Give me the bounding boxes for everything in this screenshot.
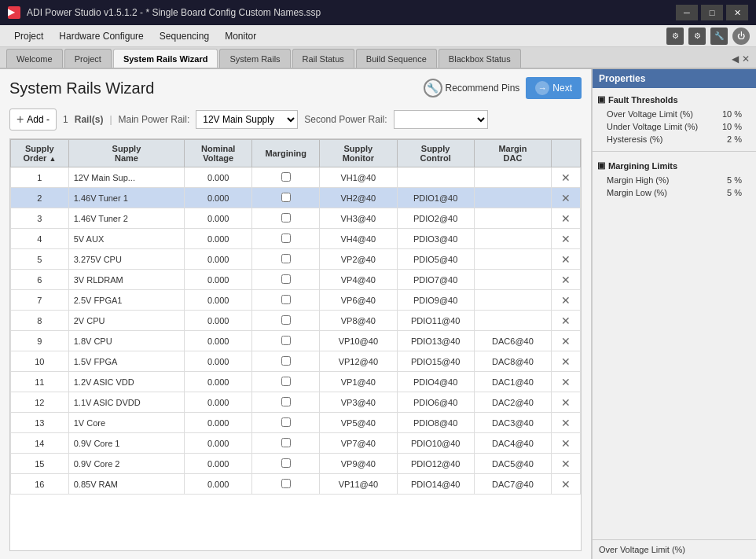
margining-checkbox[interactable] (281, 479, 291, 488)
menu-sequencing[interactable]: Sequencing (152, 28, 217, 45)
margining-checkbox[interactable] (281, 315, 291, 325)
tab-system-rails-wizard[interactable]: System Rails Wizard (113, 49, 218, 68)
cell-margining[interactable] (252, 270, 320, 290)
next-button[interactable]: → Next (526, 77, 582, 99)
cell-delete[interactable]: ✕ (552, 454, 581, 474)
delete-row-button[interactable]: ✕ (561, 417, 571, 429)
delete-row-button[interactable]: ✕ (561, 294, 571, 307)
table-row[interactable]: 11 1.2V ASIC VDD 0.000 VP1@40 PDIO4@40 D… (11, 372, 581, 392)
margining-checkbox[interactable] (281, 397, 291, 406)
cell-margining[interactable] (252, 372, 320, 392)
second-power-rail-select[interactable] (394, 110, 488, 129)
cell-margining[interactable] (252, 433, 320, 454)
icon-cpu[interactable]: 🔧 (710, 28, 728, 45)
delete-row-button[interactable]: ✕ (561, 478, 571, 491)
cell-margining[interactable] (252, 392, 320, 413)
delete-row-button[interactable]: ✕ (561, 314, 571, 327)
table-row[interactable]: 14 0.9V Core 1 0.000 VP7@40 PDIO10@40 DA… (11, 433, 581, 454)
margining-limits-header[interactable]: ▣ Margining Limits (597, 157, 751, 174)
delete-row-button[interactable]: ✕ (561, 437, 571, 450)
margining-checkbox[interactable] (281, 377, 291, 386)
minimize-button[interactable]: ─ (676, 5, 698, 20)
tab-close-icon[interactable]: ✕ (742, 53, 750, 64)
table-row[interactable]: 12 1.1V ASIC DVDD 0.000 VP3@40 PDIO6@40 … (11, 392, 581, 413)
menu-monitor[interactable]: Monitor (217, 28, 264, 45)
cell-delete[interactable]: ✕ (552, 433, 581, 454)
margining-checkbox[interactable] (281, 274, 291, 284)
tab-welcome[interactable]: Welcome (6, 49, 63, 68)
delete-row-button[interactable]: ✕ (561, 335, 571, 348)
delete-row-button[interactable]: ✕ (561, 274, 571, 286)
close-button[interactable]: ✕ (726, 5, 748, 20)
add-button[interactable]: + Add - (9, 108, 57, 131)
margining-checkbox[interactable] (281, 193, 291, 202)
table-row[interactable]: 7 2.5V FPGA1 0.000 VP6@40 PDIO9@40 ✕ (11, 290, 581, 311)
cell-delete[interactable]: ✕ (552, 351, 581, 372)
delete-row-button[interactable]: ✕ (561, 253, 571, 266)
cell-margining[interactable] (252, 188, 320, 208)
margining-checkbox[interactable] (281, 172, 291, 182)
cell-margining[interactable] (252, 229, 320, 249)
margining-checkbox[interactable] (281, 234, 291, 243)
tab-blackbox-status[interactable]: Blackbox Status (439, 49, 521, 68)
maximize-button[interactable]: □ (701, 5, 723, 20)
margining-checkbox[interactable] (281, 438, 291, 447)
cell-delete[interactable]: ✕ (552, 290, 581, 311)
table-row[interactable]: 10 1.5V FPGA 0.000 VP12@40 PDIO15@40 DAC… (11, 351, 581, 372)
cell-margining[interactable] (252, 474, 320, 495)
cell-margining[interactable] (252, 167, 320, 188)
margining-checkbox[interactable] (281, 356, 291, 366)
cell-delete[interactable]: ✕ (552, 311, 581, 331)
cell-margining[interactable] (252, 331, 320, 351)
table-row[interactable]: 3 1.46V Tuner 2 0.000 VH3@40 PDIO2@40 ✕ (11, 208, 581, 229)
margining-checkbox[interactable] (281, 295, 291, 304)
cell-margining[interactable] (252, 351, 320, 372)
fault-thresholds-header[interactable]: ▣ Fault Thresholds (597, 91, 751, 108)
tab-pin-icon[interactable]: ◀ (732, 53, 739, 64)
main-power-rail-select[interactable]: 12V Main Supply (196, 110, 298, 129)
recommend-pins-button[interactable]: 🔧 Recommend Pins (424, 79, 520, 97)
margining-checkbox[interactable] (281, 254, 291, 263)
cell-delete[interactable]: ✕ (552, 229, 581, 249)
table-row[interactable]: 4 5V AUX 0.000 VH4@40 PDIO3@40 ✕ (11, 229, 581, 249)
icon-power[interactable]: ⏻ (732, 28, 750, 45)
icon-hardware1[interactable]: ⚙ (666, 28, 684, 45)
margining-checkbox[interactable] (281, 417, 291, 427)
cell-margining[interactable] (252, 249, 320, 270)
cell-margining[interactable] (252, 208, 320, 229)
table-row[interactable]: 15 0.9V Core 2 0.000 VP9@40 PDIO12@40 DA… (11, 454, 581, 474)
cell-delete[interactable]: ✕ (552, 474, 581, 495)
table-row[interactable]: 2 1.46V Tuner 1 0.000 VH2@40 PDIO1@40 ✕ (11, 188, 581, 208)
cell-margining[interactable] (252, 413, 320, 433)
cell-margining[interactable] (252, 454, 320, 474)
cell-margining[interactable] (252, 311, 320, 331)
margining-checkbox[interactable] (281, 213, 291, 222)
table-row[interactable]: 16 0.85V RAM 0.000 VP11@40 PDIO14@40 DAC… (11, 474, 581, 495)
margining-checkbox[interactable] (281, 336, 291, 345)
delete-row-button[interactable]: ✕ (561, 171, 571, 184)
cell-delete[interactable]: ✕ (552, 208, 581, 229)
tab-build-sequence[interactable]: Build Sequence (356, 49, 437, 68)
icon-hardware2[interactable]: ⚙ (688, 28, 706, 45)
cell-delete[interactable]: ✕ (552, 413, 581, 433)
cell-delete[interactable]: ✕ (552, 372, 581, 392)
delete-row-button[interactable]: ✕ (561, 355, 571, 368)
delete-row-button[interactable]: ✕ (561, 376, 571, 388)
menu-hardware-configure[interactable]: Hardware Configure (51, 28, 151, 45)
cell-delete[interactable]: ✕ (552, 188, 581, 208)
cell-margining[interactable] (252, 290, 320, 311)
cell-delete[interactable]: ✕ (552, 249, 581, 270)
table-row[interactable]: 6 3V RLDRAM 0.000 VP4@40 PDIO7@40 ✕ (11, 270, 581, 290)
delete-row-button[interactable]: ✕ (561, 396, 571, 409)
tab-system-rails[interactable]: System Rails (219, 49, 290, 68)
table-row[interactable]: 1 12V Main Sup... 0.000 VH1@40 ✕ (11, 167, 581, 188)
delete-row-button[interactable]: ✕ (561, 233, 571, 245)
table-row[interactable]: 5 3.275V CPU 0.000 VP2@40 PDIO5@40 ✕ (11, 249, 581, 270)
delete-row-button[interactable]: ✕ (561, 212, 571, 225)
cell-delete[interactable]: ✕ (552, 167, 581, 188)
table-row[interactable]: 13 1V Core 0.000 VP5@40 PDIO8@40 DAC3@40… (11, 413, 581, 433)
cell-delete[interactable]: ✕ (552, 270, 581, 290)
tab-rail-status[interactable]: Rail Status (292, 49, 354, 68)
margining-checkbox[interactable] (281, 458, 291, 468)
table-row[interactable]: 9 1.8V CPU 0.000 VP10@40 PDIO13@40 DAC6@… (11, 331, 581, 351)
